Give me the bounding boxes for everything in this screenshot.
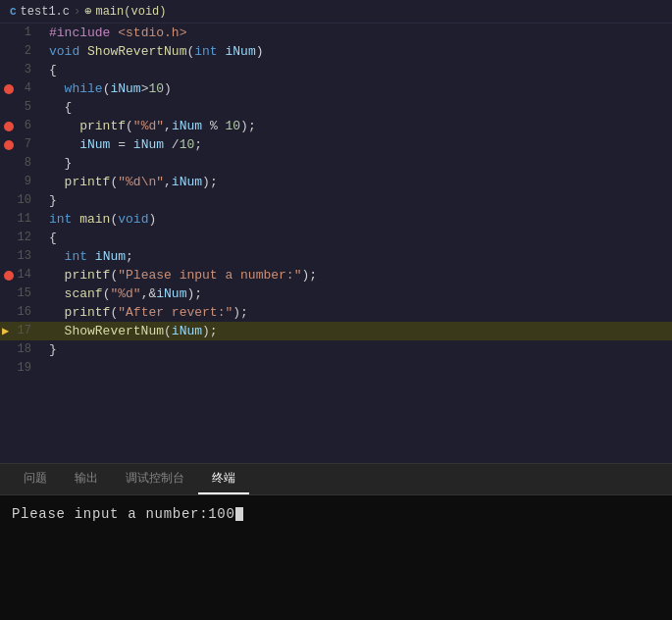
code-line: 8 } (0, 154, 672, 173)
line-gutter: 14 (0, 266, 39, 284)
line-content: } (39, 340, 672, 359)
line-content: while(iNum>10) (39, 79, 672, 98)
code-line: 18} (0, 340, 672, 359)
line-number: 1 (25, 24, 31, 42)
code-line: 10} (0, 191, 672, 210)
line-gutter: 19 (0, 359, 39, 378)
line-gutter: 18 (0, 340, 39, 359)
code-line: 5 { (0, 98, 672, 117)
code-line: 6 printf("%d",iNum % 10); (0, 117, 672, 135)
bottom-panel: 问题输出调试控制台终端 Please input a number:100 (0, 463, 672, 620)
line-gutter: 16 (0, 303, 39, 322)
line-number: 8 (25, 154, 31, 173)
terminal-content[interactable]: Please input a number:100 (0, 495, 672, 620)
line-number: 14 (18, 266, 31, 284)
sep1: › (74, 5, 80, 19)
line-content: printf("%d\n",iNum); (39, 173, 672, 191)
code-line: 15 scanf("%d",&iNum); (0, 284, 672, 303)
line-gutter: ▶17 (0, 322, 39, 340)
line-content: { (39, 61, 672, 79)
breakpoint-indicator (4, 140, 14, 150)
code-area: 1#include <stdio.h>2void ShowRevertNum(i… (0, 24, 672, 463)
line-gutter: 12 (0, 229, 39, 247)
func-name: main(void) (95, 5, 166, 19)
line-gutter: 11 (0, 210, 39, 229)
line-gutter: 15 (0, 284, 39, 303)
terminal-line: Please input a number:100 (12, 506, 235, 522)
line-number: 6 (25, 117, 31, 135)
line-number: 7 (25, 135, 31, 154)
line-gutter: 3 (0, 61, 39, 79)
panel-tabs: 问题输出调试控制台终端 (0, 464, 672, 495)
line-number: 11 (18, 210, 31, 229)
line-number: 3 (25, 61, 31, 79)
panel-tab-输出[interactable]: 输出 (61, 464, 112, 494)
func-icon: ⊕ (84, 4, 91, 19)
line-number: 9 (25, 173, 31, 191)
line-number: 13 (18, 247, 31, 266)
line-number: 2 (25, 42, 31, 61)
line-content: scanf("%d",&iNum); (39, 284, 672, 303)
line-number: 17 (18, 322, 31, 340)
line-gutter: 4 (0, 79, 39, 98)
line-content: iNum = iNum /10; (39, 135, 672, 154)
line-number: 16 (18, 303, 31, 322)
file-name: test1.c (21, 5, 70, 19)
panel-tab-调试控制台[interactable]: 调试控制台 (112, 464, 198, 494)
code-line: 19 (0, 359, 672, 378)
line-gutter: 2 (0, 42, 39, 61)
line-content: printf("%d",iNum % 10); (39, 117, 672, 135)
code-line: 9 printf("%d\n",iNum); (0, 173, 672, 191)
code-line: 16 printf("After revert:"); (0, 303, 672, 322)
line-number: 10 (18, 191, 31, 210)
line-gutter: 5 (0, 98, 39, 117)
line-content: { (39, 229, 672, 247)
line-number: 4 (25, 79, 31, 98)
code-line: 4 while(iNum>10) (0, 79, 672, 98)
line-content: } (39, 191, 672, 210)
code-line: 3{ (0, 61, 672, 79)
line-gutter: 7 (0, 135, 39, 154)
title-bar: C test1.c › ⊕ main(void) (0, 0, 672, 24)
line-number: 12 (18, 229, 31, 247)
line-gutter: 9 (0, 173, 39, 191)
breakpoint-indicator (4, 84, 14, 94)
code-line: 2void ShowRevertNum(int iNum) (0, 42, 672, 61)
code-line: 1#include <stdio.h> (0, 24, 672, 42)
line-gutter: 10 (0, 191, 39, 210)
terminal-output: Please input a number:100 (12, 503, 660, 525)
breakpoint-indicator (4, 122, 14, 131)
lang-icon: C (10, 6, 17, 18)
line-content: } (39, 154, 672, 173)
line-content: printf("After revert:"); (39, 303, 672, 322)
line-content: int iNum; (39, 247, 672, 266)
terminal-cursor (235, 507, 243, 521)
line-content: void ShowRevertNum(int iNum) (39, 42, 672, 61)
debug-arrow: ▶ (2, 322, 9, 340)
code-line: 7 iNum = iNum /10; (0, 135, 672, 154)
code-line: 11int main(void) (0, 210, 672, 229)
line-content: ShowRevertNum(iNum); (39, 322, 672, 340)
panel-tab-终端[interactable]: 终端 (198, 464, 249, 494)
line-number: 18 (18, 340, 31, 359)
code-editor[interactable]: 1#include <stdio.h>2void ShowRevertNum(i… (0, 24, 672, 463)
line-number: 19 (18, 359, 31, 378)
line-gutter: 8 (0, 154, 39, 173)
line-gutter: 1 (0, 24, 39, 42)
line-content: int main(void) (39, 210, 672, 229)
line-content: #include <stdio.h> (39, 24, 672, 42)
line-content: { (39, 98, 672, 117)
code-line: 12{ (0, 229, 672, 247)
line-gutter: 6 (0, 117, 39, 135)
line-gutter: 13 (0, 247, 39, 266)
line-number: 15 (18, 284, 31, 303)
line-content (39, 359, 672, 378)
panel-tab-问题[interactable]: 问题 (10, 464, 61, 494)
code-line: ▶17 ShowRevertNum(iNum); (0, 322, 672, 340)
breakpoint-indicator (4, 271, 14, 281)
line-content: printf("Please input a number:"); (39, 266, 672, 284)
line-number: 5 (25, 98, 31, 117)
code-line: 13 int iNum; (0, 247, 672, 266)
code-line: 14 printf("Please input a number:"); (0, 266, 672, 284)
